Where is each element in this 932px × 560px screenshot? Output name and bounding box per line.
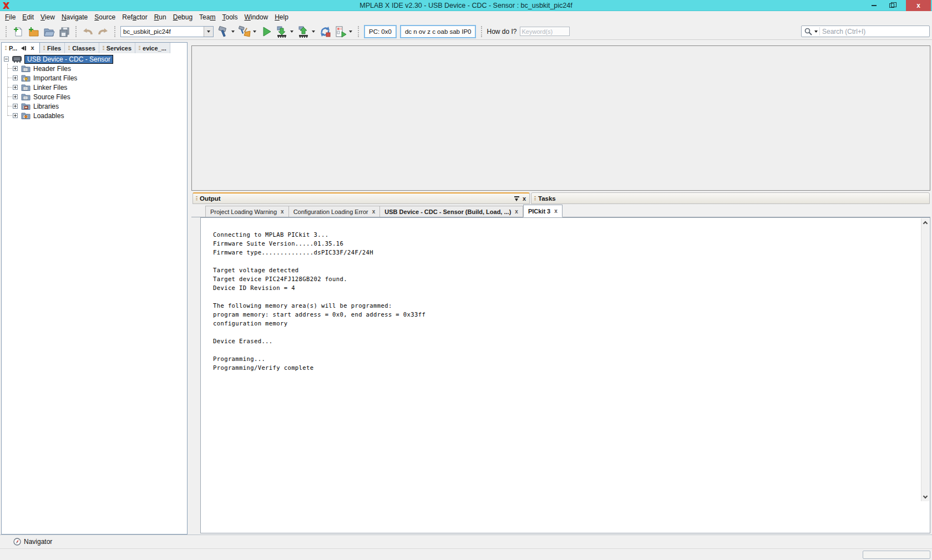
debug-tool-dropdown-icon[interactable]: [349, 30, 352, 33]
open-project-button[interactable]: [42, 24, 56, 39]
new-file-icon: [12, 26, 24, 38]
clean-build-icon: [238, 26, 251, 38]
make-and-program-button[interactable]: [275, 24, 289, 39]
run-project-button[interactable]: [259, 24, 273, 39]
menu-file[interactable]: File: [2, 12, 19, 23]
tasks-window-header[interactable]: Tasks: [531, 192, 930, 204]
toolbar-separator: [75, 26, 77, 37]
tab-device[interactable]: evice_...: [135, 43, 170, 53]
new-file-button[interactable]: [11, 24, 25, 39]
menu-view[interactable]: View: [37, 12, 58, 23]
close-tab-icon[interactable]: x: [372, 208, 376, 215]
minimize-window-group-icon[interactable]: [514, 196, 519, 201]
how-do-i-input[interactable]: [520, 27, 570, 36]
tree-item-label: Source Files: [33, 93, 70, 101]
tree-item-loadables[interactable]: Loadables: [2, 111, 187, 120]
tab-build-load[interactable]: USB Device - CDC - Sensor (Build, Load, …: [380, 206, 523, 217]
close-button[interactable]: x: [906, 0, 931, 11]
tree-item-linker-files[interactable]: Linker Files: [2, 83, 187, 92]
refresh-icon: [319, 26, 331, 38]
close-tab-icon[interactable]: x: [281, 208, 284, 215]
clean-and-build-button[interactable]: [237, 24, 252, 39]
menu-window[interactable]: Window: [241, 12, 271, 23]
upload-memory-icon: [297, 26, 310, 38]
tree-item-libraries[interactable]: Libraries: [2, 101, 187, 111]
menu-run[interactable]: Run: [151, 12, 170, 23]
close-tab-icon[interactable]: x: [554, 208, 558, 214]
editor-area[interactable]: [191, 45, 930, 191]
output-window-title: Output: [200, 195, 221, 202]
close-icon: x: [916, 2, 920, 9]
project-configuration-select[interactable]: bc_usbkit_pic24f: [120, 26, 214, 37]
scroll-down-icon[interactable]: [923, 494, 928, 498]
expand-icon[interactable]: [13, 85, 18, 90]
tree-item-label: USB Device - CDC - Sensor: [24, 55, 113, 64]
expand-icon[interactable]: [13, 75, 18, 80]
minimize-window-button[interactable]: [19, 44, 27, 52]
tree-item-label: Header Files: [33, 65, 71, 73]
combo-dropdown-button[interactable]: [204, 27, 213, 37]
tab-projects[interactable]: P... x: [2, 43, 40, 53]
build-project-button[interactable]: [216, 24, 230, 39]
global-search-box[interactable]: [801, 26, 930, 37]
tab-grip: [5, 46, 7, 50]
reset-debug-tool-button[interactable]: [318, 24, 332, 39]
tab-services[interactable]: Services: [99, 43, 135, 53]
pc-status-box: PC: 0x0: [364, 25, 397, 38]
close-tab-icon[interactable]: x: [515, 208, 518, 215]
compass-icon: [13, 538, 21, 546]
collapse-icon[interactable]: [4, 57, 9, 62]
tab-files[interactable]: Files: [40, 43, 65, 53]
tree-item-important-files[interactable]: Important Files: [2, 73, 187, 83]
search-dropdown-icon[interactable]: [814, 30, 818, 33]
tree-item-source-files[interactable]: Source Files: [2, 92, 187, 101]
save-all-button[interactable]: [57, 24, 72, 39]
expand-icon[interactable]: [13, 113, 18, 118]
tab-configuration-loading-error[interactable]: Configuration Loading Errorx: [289, 206, 381, 217]
tab-project-loading-warning[interactable]: Project Loading Warningx: [205, 206, 289, 217]
read-device-memory-button[interactable]: [296, 24, 311, 39]
expand-icon[interactable]: [13, 94, 18, 99]
minimize-button[interactable]: [866, 0, 882, 11]
restore-button[interactable]: [884, 0, 900, 11]
program-dropdown-icon[interactable]: [290, 30, 293, 33]
output-window-header[interactable]: Output x: [193, 192, 530, 204]
redo-button[interactable]: [96, 24, 110, 39]
search-input[interactable]: [820, 28, 929, 35]
close-window-group-icon[interactable]: x: [523, 196, 526, 202]
menu-navigate[interactable]: Navigate: [58, 12, 91, 23]
projects-panel: P... x Files Classes Services evice_... …: [1, 42, 188, 534]
tab-pickit3[interactable]: PICkit 3x: [523, 205, 563, 217]
project-configuration-value: bc_usbkit_pic24f: [121, 27, 204, 37]
output-console[interactable]: Connecting to MPLAB PICkit 3... Firmware…: [200, 217, 930, 533]
tree-item-header-files[interactable]: Header Files: [2, 64, 187, 73]
status-bar: [0, 548, 932, 560]
menu-refactor[interactable]: Refactor: [119, 12, 150, 23]
header-grip: [534, 196, 536, 201]
close-window-button[interactable]: x: [29, 44, 36, 52]
console-scrollbar[interactable]: [921, 218, 929, 501]
folder-icon: [21, 93, 31, 100]
console-text: Connecting to MPLAB PICkit 3... Firmware…: [201, 218, 930, 373]
project-tree: USB Device - CDC - Sensor Header Files I…: [2, 53, 187, 120]
undo-button[interactable]: [80, 24, 95, 39]
build-dropdown-icon[interactable]: [231, 30, 235, 33]
output-tab-strip: Project Loading Warningx Configuration L…: [191, 205, 930, 217]
clean-build-dropdown-icon[interactable]: [253, 30, 256, 33]
tree-item-project-root[interactable]: USB Device - CDC - Sensor: [2, 54, 187, 64]
status-register-box: dc n ov z c oab sab IP0: [400, 25, 477, 38]
menu-team[interactable]: Team: [196, 12, 219, 23]
upload-dropdown-icon[interactable]: [312, 30, 315, 33]
navigator-strip[interactable]: Navigator: [0, 534, 932, 548]
expand-icon[interactable]: [13, 66, 18, 71]
new-project-button[interactable]: [26, 24, 40, 39]
expand-icon[interactable]: [13, 104, 18, 109]
menu-tools[interactable]: Tools: [219, 12, 241, 23]
menu-debug[interactable]: Debug: [170, 12, 196, 23]
menu-source[interactable]: Source: [91, 12, 119, 23]
menu-edit[interactable]: Edit: [19, 12, 37, 23]
debug-tool-status-button[interactable]: [333, 24, 348, 39]
scroll-up-icon[interactable]: [923, 221, 928, 226]
tab-classes[interactable]: Classes: [65, 43, 99, 53]
menu-help[interactable]: Help: [271, 12, 292, 23]
